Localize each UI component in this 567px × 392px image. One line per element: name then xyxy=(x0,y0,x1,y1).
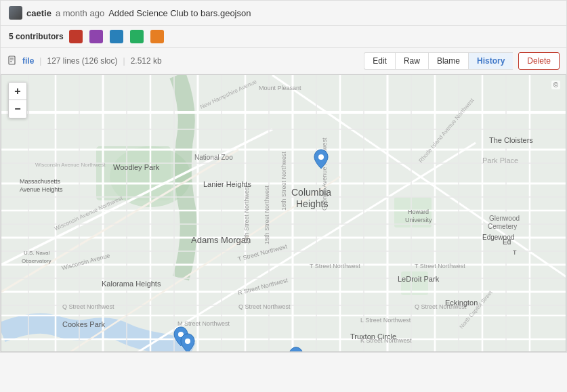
file-divider-2: | xyxy=(123,56,125,66)
file-divider: | xyxy=(39,56,41,66)
svg-text:Glenwood: Glenwood xyxy=(489,215,520,222)
svg-text:Howard: Howard xyxy=(408,209,429,215)
svg-text:T Street Northwest: T Street Northwest xyxy=(310,263,360,269)
file-toolbar: file | 127 lines (126 sloc) | 2.512 kb E… xyxy=(1,48,566,74)
zoom-controls: + − xyxy=(8,82,27,118)
svg-text:T: T xyxy=(513,249,517,256)
svg-text:Mount Pleasant: Mount Pleasant xyxy=(259,85,301,91)
delete-button[interactable]: Delete xyxy=(518,52,560,70)
page-container: caetie a month ago Added Science Club to… xyxy=(0,0,567,353)
svg-text:Truxton Circle: Truxton Circle xyxy=(350,332,396,341)
svg-text:M Street Northwest: M Street Northwest xyxy=(177,320,230,327)
svg-text:Cemetery: Cemetery xyxy=(488,223,517,230)
blame-button[interactable]: Blame xyxy=(428,52,468,70)
svg-text:LeDroit Park: LeDroit Park xyxy=(398,275,440,283)
contributors-bar: 5 contributors xyxy=(1,26,566,48)
svg-text:15th Street Northwest: 15th Street Northwest xyxy=(264,185,270,244)
map-svg: R Street Northwest Q Street Northwest T … xyxy=(1,75,566,352)
map-container[interactable]: R Street Northwest Q Street Northwest T … xyxy=(1,74,566,352)
file-icon xyxy=(7,56,17,67)
raw-button[interactable]: Raw xyxy=(395,52,428,70)
svg-text:Woodley Park: Woodley Park xyxy=(113,163,160,171)
svg-text:Q Street Northwest: Q Street Northwest xyxy=(238,303,291,310)
svg-text:Cookes Park: Cookes Park xyxy=(62,320,105,328)
commit-message: Added Science Club to bars.geojson xyxy=(108,8,251,18)
svg-text:Edgewood: Edgewood xyxy=(482,234,514,241)
edit-button[interactable]: Edit xyxy=(364,52,395,70)
contributor-avatar-5[interactable] xyxy=(150,30,164,43)
svg-text:Eckington: Eckington xyxy=(445,299,478,307)
file-size: 2.512 kb xyxy=(131,56,162,66)
commit-time: a month ago xyxy=(56,8,104,18)
zoom-in-button[interactable]: + xyxy=(9,83,26,100)
file-lines: 127 lines (126 sloc) xyxy=(47,56,117,66)
map-copyright: © xyxy=(551,81,560,89)
svg-text:Lanier Heights: Lanier Heights xyxy=(203,180,251,188)
svg-text:Kalorama Heights: Kalorama Heights xyxy=(102,280,161,288)
svg-text:Heights: Heights xyxy=(296,198,328,209)
svg-rect-6 xyxy=(96,146,171,200)
svg-text:Wisconsin Avenue Northwest: Wisconsin Avenue Northwest xyxy=(35,162,106,168)
svg-text:16th Street Northwest: 16th Street Northwest xyxy=(280,151,287,211)
contributor-avatar-2[interactable] xyxy=(89,30,103,43)
svg-text:U.S. Naval: U.S. Naval xyxy=(24,250,49,256)
zoom-out-button[interactable]: − xyxy=(9,100,26,118)
svg-text:T Street Northwest: T Street Northwest xyxy=(415,263,465,269)
contributor-avatar-1[interactable] xyxy=(69,30,83,43)
svg-text:Avenue Heights: Avenue Heights xyxy=(20,186,63,193)
svg-text:The Cloisters: The Cloisters xyxy=(489,136,533,144)
file-name[interactable]: file xyxy=(22,56,34,66)
history-button[interactable]: History xyxy=(468,52,513,70)
commit-avatar xyxy=(9,6,22,20)
svg-text:Q Street Northwest: Q Street Northwest xyxy=(62,303,114,310)
svg-text:University: University xyxy=(405,217,432,223)
contributor-avatar-4[interactable] xyxy=(130,30,144,43)
contributor-avatar-3[interactable] xyxy=(110,30,123,43)
svg-text:Columbia: Columbia xyxy=(291,187,331,198)
file-info: file | 127 lines (126 sloc) | 2.512 kb xyxy=(7,56,162,67)
toolbar-buttons: Edit Raw Blame History Delete xyxy=(364,52,560,70)
commit-header: caetie a month ago Added Science Club to… xyxy=(1,1,566,26)
svg-text:National Zoo: National Zoo xyxy=(194,154,233,161)
svg-text:Adams Morgan: Adams Morgan xyxy=(191,235,251,245)
svg-text:L Street Northwest: L Street Northwest xyxy=(360,317,411,324)
commit-author[interactable]: caetie xyxy=(26,8,51,18)
svg-text:Observatory: Observatory xyxy=(22,258,51,264)
svg-point-115 xyxy=(318,154,324,160)
svg-text:Massachusetts: Massachusetts xyxy=(20,178,61,185)
svg-text:Park Place: Park Place xyxy=(482,156,518,165)
contributors-count[interactable]: 5 contributors xyxy=(9,32,64,41)
svg-point-117 xyxy=(185,339,190,344)
svg-text:West End: West End xyxy=(147,351,180,352)
